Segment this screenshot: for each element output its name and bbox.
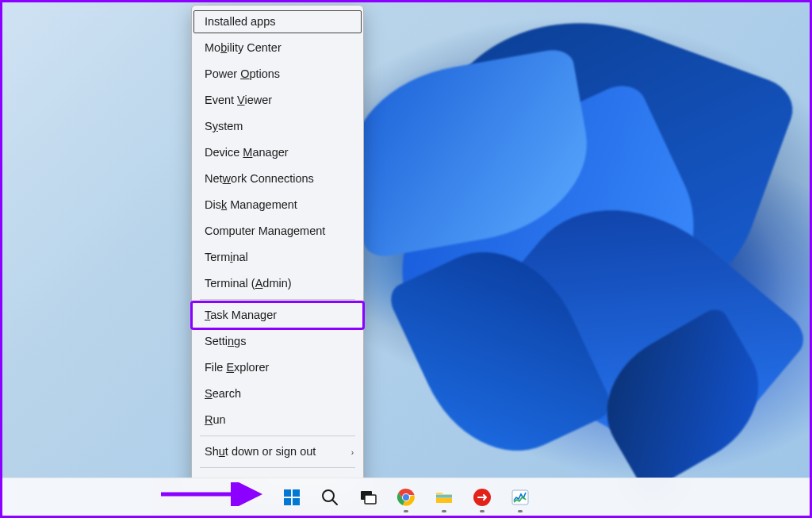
start-button[interactable] [276,482,308,513]
svg-rect-2 [284,489,291,497]
screenshot-icon [473,488,492,507]
menu-item-computer-management[interactable]: Computer Management [192,218,363,244]
folder-icon [435,488,454,507]
menu-item-system[interactable]: System [192,113,363,140]
menu-item-terminal[interactable]: Terminal [192,244,363,271]
svg-point-12 [403,494,409,501]
chrome-icon [396,488,416,507]
chevron-right-icon: › [351,439,354,465]
svg-rect-16 [512,490,528,505]
task-view-button[interactable] [352,482,384,513]
menu-item-task-manager[interactable]: Task Manager [192,302,363,328]
svg-line-7 [332,500,337,505]
search-icon [320,488,339,507]
svg-rect-14 [436,495,452,497]
menu-item-run[interactable]: Run [192,407,363,433]
menu-item-settings[interactable]: Settings [192,328,363,355]
taskbar [2,478,810,516]
menu-item-disk-management[interactable]: Disk Management [192,192,363,218]
menu-divider [200,299,355,300]
search-button[interactable] [314,482,346,513]
menu-divider [200,436,355,436]
start-context-menu: Installed apps Mobility Center Power Opt… [191,5,364,501]
menu-item-device-manager[interactable]: Device Manager [192,140,363,166]
chrome-button[interactable] [390,482,422,513]
menu-divider [200,467,355,468]
menu-item-event-viewer[interactable]: Event Viewer [192,87,363,113]
taskmanager-icon [511,488,530,507]
svg-rect-3 [293,489,300,497]
svg-rect-9 [365,495,376,504]
screenpresso-button[interactable] [466,482,498,513]
task-manager-button[interactable] [504,482,536,513]
menu-label: Installed apps [205,15,275,28]
menu-item-network-connections[interactable]: Network Connections [192,166,363,192]
svg-rect-4 [284,498,291,505]
menu-item-installed-apps[interactable]: Installed apps [192,9,363,35]
desktop-wallpaper [2,2,810,516]
windows-icon [282,488,301,507]
menu-item-search[interactable]: Search [192,381,363,407]
menu-item-file-explorer[interactable]: File Explorer [192,355,363,381]
menu-item-shutdown[interactable]: Shut down or sign out› [192,439,363,465]
menu-item-power-options[interactable]: Power Options [192,61,363,87]
svg-rect-5 [293,498,300,505]
file-explorer-button[interactable] [428,482,460,513]
taskview-icon [358,488,377,507]
menu-item-terminal-admin[interactable]: Terminal (Admin) [192,271,363,297]
menu-item-mobility-center[interactable]: Mobility Center [192,35,363,61]
